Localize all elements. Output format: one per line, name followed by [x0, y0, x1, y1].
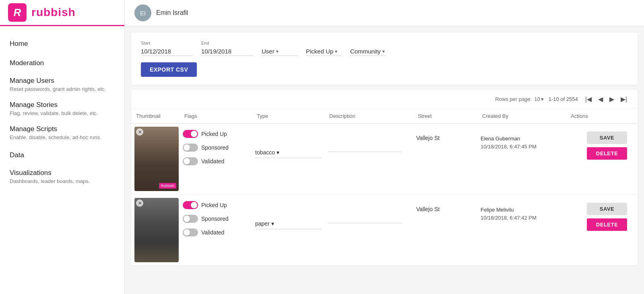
- col-header-created-by: Created By: [477, 113, 566, 119]
- type-value: paper: [255, 220, 270, 227]
- type-placeholder2: [255, 235, 321, 246]
- sidebar-item-subtitle-manage-users: Reset passwords, grant admin rights, etc…: [10, 86, 115, 93]
- col-header-flags: Flags: [180, 113, 252, 119]
- col-header-street: Street: [413, 113, 477, 119]
- table-card: Rows per page: 10 ▾ 1-10 of 2554 |◀ ◀ ▶ …: [131, 90, 638, 265]
- flag-label-validated: Validated: [201, 229, 224, 236]
- toggle-validated[interactable]: [183, 157, 198, 165]
- delete-button-0[interactable]: DELETE: [587, 147, 627, 160]
- toggle-picked-up[interactable]: [183, 201, 198, 209]
- type-dropdown-arrow: ▾: [277, 149, 279, 156]
- user-dropdown-arrow: ▾: [276, 49, 279, 54]
- start-label: Start: [141, 41, 193, 45]
- description-input-0[interactable]: [328, 145, 402, 152]
- sidebar-item-manage-stories[interactable]: Manage StoriesFlag, review, validate, bu…: [0, 97, 124, 121]
- sidebar-item-data[interactable]: Data: [0, 146, 124, 165]
- street-cell-1: Vallejo St: [413, 195, 477, 217]
- toggle-thumb-sponsored: [184, 216, 190, 222]
- type-dropdown-arrow: ▾: [271, 220, 274, 227]
- pagination-buttons: |◀ ◀ ▶ ▶|: [583, 95, 630, 104]
- pagination-info: 1-10 of 2554: [549, 96, 578, 102]
- created-by-cell-1: Felipe Melivilu10/18/2018, 6:47:42 PM: [477, 195, 566, 226]
- rows-per-page-dropdown[interactable]: 10 ▾: [534, 96, 543, 102]
- toggle-sponsored[interactable]: [183, 215, 198, 223]
- end-date-input[interactable]: [201, 47, 254, 56]
- toggle-sponsored[interactable]: [183, 144, 198, 152]
- filter-row: Start End User ▾ Picked Up ▾ Community: [141, 41, 628, 56]
- sidebar-item-subtitle-visualizations: Dashboards, leader boards, maps.: [10, 178, 115, 185]
- col-header-description: Description: [324, 113, 413, 119]
- toggle-thumb-picked-up: [191, 131, 197, 137]
- description-input-1[interactable]: [328, 216, 402, 223]
- main-area: EI Emin Israfil Start End User ▾: [125, 0, 644, 294]
- rows-per-page-value: 10: [534, 96, 540, 102]
- sidebar-item-moderation[interactable]: Moderation: [0, 53, 124, 73]
- sidebar-item-title-manage-stories: Manage Stories: [10, 101, 115, 109]
- sidebar-item-title-manage-scripts: Manage Scripts: [10, 125, 115, 133]
- col-header-thumbnail: Thumbnail: [131, 113, 180, 119]
- table-row: ✕ Rubbish Picked Up Sponsored Validated …: [131, 123, 638, 195]
- description-cell-1: [324, 195, 413, 228]
- thumbnail-close-icon[interactable]: ✕: [136, 199, 143, 207]
- flag-row-sponsored: Sponsored: [183, 215, 249, 223]
- type-placeholder: [255, 201, 321, 212]
- pagination-next-button[interactable]: ▶: [607, 95, 617, 104]
- toggle-picked-up[interactable]: [183, 130, 198, 138]
- sidebar-nav: HomeModerationManage UsersReset password…: [0, 26, 124, 294]
- sidebar: R rubbish HomeModerationManage UsersRese…: [0, 0, 125, 294]
- save-button-1[interactable]: SAVE: [587, 203, 627, 215]
- flag-row-picked-up: Picked Up: [183, 130, 249, 138]
- pagination-first-button[interactable]: |◀: [583, 95, 594, 104]
- community-dropdown[interactable]: Community ▾: [350, 47, 386, 56]
- delete-button-1[interactable]: DELETE: [587, 218, 627, 231]
- type-cell-1: paper ▾: [252, 195, 324, 251]
- start-date-input[interactable]: [141, 47, 193, 56]
- logo-icon: R: [8, 3, 27, 22]
- picked-up-dropdown[interactable]: Picked Up ▾: [306, 47, 342, 56]
- created-name-0: Elena Guberman: [481, 135, 563, 143]
- rpp-arrow: ▾: [541, 96, 544, 102]
- rows-per-page: Rows per page: 10 ▾: [495, 96, 544, 102]
- thumbnail-cell-0: ✕ Rubbish: [131, 123, 180, 194]
- col-header-type: Type: [252, 113, 324, 119]
- flag-label-sponsored: Sponsored: [201, 216, 229, 222]
- save-button-0[interactable]: SAVE: [587, 132, 627, 144]
- thumbnail-image: ✕: [134, 198, 179, 262]
- picked-up-arrow: ▾: [335, 49, 337, 54]
- sidebar-item-manage-scripts[interactable]: Manage ScriptsEnable, disable, schedule,…: [0, 121, 124, 145]
- logo-text: rubbish: [31, 6, 76, 19]
- sidebar-item-home[interactable]: Home: [0, 34, 124, 53]
- actions-cell-1: SAVE DELETE: [566, 195, 630, 236]
- type-dropdown[interactable]: paper ▾: [255, 218, 321, 229]
- created-date-1: 10/18/2018, 6:47:42 PM: [481, 214, 563, 222]
- toggle-validated[interactable]: [183, 228, 198, 236]
- pagination-last-button[interactable]: ▶|: [618, 95, 630, 104]
- toggle-thumb-validated: [184, 229, 190, 236]
- end-label: End: [201, 41, 254, 45]
- sidebar-item-manage-users[interactable]: Manage UsersReset passwords, grant admin…: [0, 73, 124, 97]
- sidebar-item-visualizations[interactable]: VisualizationsDashboards, leader boards,…: [0, 165, 124, 189]
- actions-cell-0: SAVE DELETE: [566, 123, 630, 164]
- sidebar-item-title-manage-users: Manage Users: [10, 77, 115, 85]
- flag-label-sponsored: Sponsored: [201, 144, 229, 151]
- flags-cell-0: Picked Up Sponsored Validated: [180, 123, 252, 170]
- description-cell-0: [324, 123, 413, 157]
- svg-text:EI: EI: [140, 10, 146, 16]
- export-csv-button[interactable]: EXPORT CSV: [141, 62, 197, 77]
- toggle-thumb-picked-up: [191, 202, 197, 208]
- toggle-thumb-validated: [184, 158, 190, 164]
- pagination-prev-button[interactable]: ◀: [596, 95, 605, 104]
- type-dropdown[interactable]: tobacco ▾: [255, 147, 321, 158]
- sidebar-item-subtitle-manage-scripts: Enable, disable, schedule, ad-hoc runs.: [10, 134, 115, 141]
- end-date-field: End: [201, 41, 254, 56]
- created-by-cell-0: Elena Guberman10/18/2018, 6:47:45 PM: [477, 123, 566, 155]
- user-name: Emin Israfil: [156, 9, 188, 16]
- flag-label-picked-up: Picked Up: [201, 202, 227, 208]
- type-cell-0: tobacco ▾: [252, 123, 324, 180]
- thumbnail-close-icon[interactable]: ✕: [136, 128, 143, 136]
- flag-label-picked-up: Picked Up: [201, 131, 227, 137]
- thumbnail-image: ✕ Rubbish: [134, 127, 179, 191]
- user-dropdown[interactable]: User ▾: [262, 47, 298, 56]
- street-cell-0: Vallejo St: [413, 123, 477, 146]
- sidebar-item-subtitle-manage-stories: Flag, review, validate, bulk delete, etc…: [10, 110, 115, 117]
